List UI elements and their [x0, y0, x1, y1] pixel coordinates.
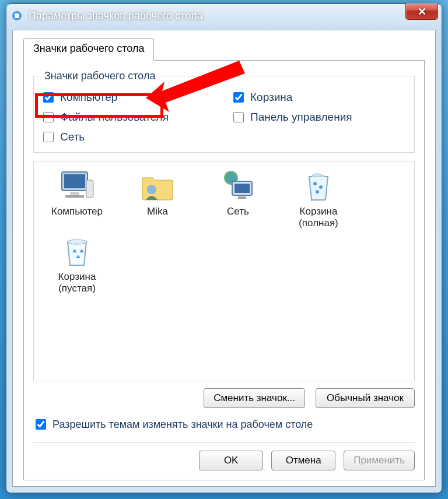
desktop-icons-group: Значки рабочего стола Компьютер Корзина … [33, 70, 415, 153]
svg-point-14 [316, 190, 319, 194]
icon-preview-pane: Компьютер Mika [33, 161, 415, 381]
icon-item-recycle-empty[interactable]: Корзина (пустая) [40, 235, 114, 294]
tab-desktop-icons[interactable]: Значки рабочего стола [23, 38, 154, 61]
default-icon-button[interactable]: Обычный значок [316, 388, 415, 408]
computer-icon [58, 170, 96, 202]
close-icon: ✕ [418, 5, 426, 18]
ok-button[interactable]: OK [199, 451, 263, 470]
recycle-bin-full-icon [300, 170, 337, 202]
apply-button[interactable]: Применить [344, 451, 415, 470]
dialog-window: Параметры значков рабочего стола ✕ Значк… [6, 3, 442, 493]
checkbox-label: Панель управления [250, 111, 352, 124]
icon-item-recycle-full[interactable]: Корзина (полная) [281, 170, 356, 229]
checkbox-label: Файлы пользователя [60, 111, 169, 124]
icon-label: Корзина (пустая) [40, 271, 114, 294]
icon-label: Компьютер [40, 206, 114, 217]
checkbox-control-panel-input[interactable] [233, 112, 244, 122]
recycle-bin-empty-icon [58, 235, 96, 268]
allow-themes-label: Разрешить темам изменять значки на рабоч… [52, 419, 313, 431]
icon-label: Сеть [201, 206, 275, 217]
tab-panel: Значки рабочего стола Компьютер Корзина … [23, 60, 425, 480]
checkbox-computer[interactable]: Компьютер [41, 90, 217, 104]
svg-point-7 [147, 185, 156, 194]
icon-item-network[interactable]: Сеть [201, 170, 275, 229]
checkbox-network-input[interactable] [43, 132, 54, 142]
client-area: Значки рабочего стола Значки рабочего ст… [12, 30, 436, 487]
svg-rect-3 [64, 174, 85, 188]
svg-point-12 [313, 182, 317, 185]
checkbox-computer-input[interactable] [43, 92, 54, 103]
svg-rect-11 [238, 196, 246, 199]
allow-themes-input[interactable] [36, 419, 46, 430]
checkbox-label: Компьютер [60, 91, 117, 104]
icon-buttons-row: Сменить значок... Обычный значок [33, 388, 415, 408]
svg-point-13 [319, 185, 323, 189]
icon-label: Корзина (полная) [281, 206, 356, 229]
user-folder-icon [139, 170, 176, 202]
tab-label: Значки рабочего стола [33, 43, 144, 54]
network-icon [219, 170, 257, 202]
cancel-button[interactable]: Отмена [271, 451, 335, 470]
checkbox-user-files[interactable]: Файлы пользователя [41, 110, 217, 124]
dialog-footer: OK Отмена Применить [33, 442, 415, 470]
personalization-icon [11, 10, 23, 22]
checkbox-recycle-bin[interactable]: Корзина [231, 90, 407, 104]
window-title: Параметры значков рабочего стола [29, 10, 202, 22]
checkbox-grid: Компьютер Корзина Файлы пользователя Пан… [41, 90, 407, 144]
svg-point-15 [68, 240, 86, 244]
svg-rect-4 [70, 192, 79, 195]
checkbox-label: Сеть [60, 131, 85, 143]
icon-label: Mika [120, 206, 195, 217]
svg-rect-1 [15, 13, 19, 18]
titlebar: Параметры значков рабочего стола ✕ [6, 4, 442, 27]
checkbox-network[interactable]: Сеть [41, 130, 217, 144]
svg-rect-5 [65, 195, 84, 198]
checkbox-control-panel[interactable]: Панель управления [231, 110, 407, 124]
change-icon-button[interactable]: Сменить значок... [204, 388, 305, 408]
svg-rect-6 [86, 180, 93, 198]
icon-item-user[interactable]: Mika [120, 170, 195, 229]
allow-themes-checkbox[interactable]: Разрешить темам изменять значки на рабоч… [33, 417, 415, 431]
svg-rect-10 [235, 184, 250, 193]
checkbox-label: Корзина [250, 91, 292, 104]
checkbox-user-files-input[interactable] [43, 112, 54, 122]
close-button[interactable]: ✕ [405, 3, 438, 20]
icon-item-computer[interactable]: Компьютер [40, 170, 114, 229]
group-legend: Значки рабочего стола [41, 70, 159, 82]
checkbox-recycle-bin-input[interactable] [233, 92, 244, 103]
tab-row: Значки рабочего стола [23, 38, 425, 61]
